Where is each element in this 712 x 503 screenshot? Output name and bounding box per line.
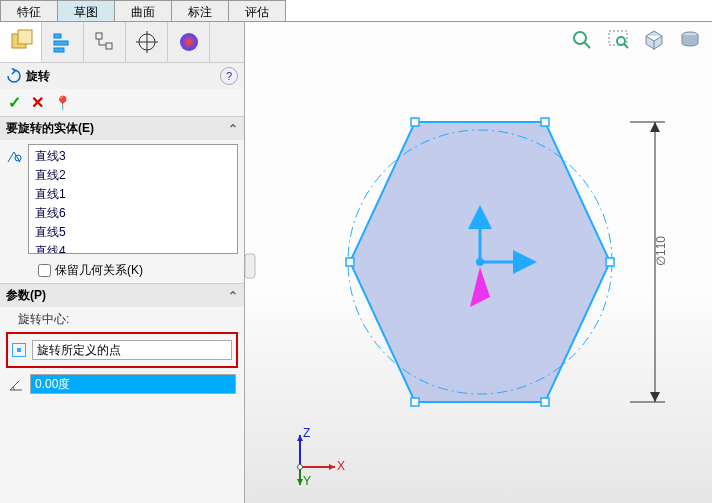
svg-rect-23 bbox=[606, 258, 614, 266]
sidetab-feature-tree[interactable] bbox=[0, 22, 42, 62]
list-item[interactable]: 直线4 bbox=[31, 242, 235, 254]
tab-annotate[interactable]: 标注 bbox=[171, 0, 229, 21]
angle-icon bbox=[8, 376, 24, 392]
svg-rect-26 bbox=[346, 258, 354, 266]
section-params-header[interactable]: 参数(P)⌃ bbox=[0, 284, 244, 307]
section-entities-header[interactable]: 要旋转的实体(E)⌃ bbox=[0, 117, 244, 140]
svg-rect-25 bbox=[411, 398, 419, 406]
viewport[interactable]: ∅110 X Y Z bbox=[245, 22, 712, 503]
highlighted-input-area bbox=[6, 332, 238, 368]
svg-rect-2 bbox=[54, 34, 61, 38]
svg-text:Y: Y bbox=[303, 474, 311, 487]
angle-input[interactable] bbox=[30, 374, 236, 394]
sidetab-target[interactable] bbox=[126, 22, 168, 62]
svg-rect-33 bbox=[245, 254, 255, 278]
list-item[interactable]: 直线5 bbox=[31, 223, 235, 242]
sidetab-appearance[interactable] bbox=[168, 22, 210, 62]
center-label: 旋转中心: bbox=[6, 309, 238, 330]
svg-text:Z: Z bbox=[303, 427, 310, 440]
svg-rect-3 bbox=[54, 41, 68, 45]
list-item[interactable]: 直线6 bbox=[31, 204, 235, 223]
list-item[interactable]: 直线2 bbox=[31, 166, 235, 185]
svg-rect-5 bbox=[96, 33, 102, 39]
pin-button[interactable]: 📍 bbox=[54, 95, 71, 111]
svg-point-29 bbox=[476, 258, 484, 266]
entities-list[interactable]: 直线3 直线2 直线1 直线6 直线5 直线4 圆弧1 bbox=[28, 144, 238, 254]
svg-rect-1 bbox=[18, 30, 32, 44]
svg-point-40 bbox=[298, 465, 303, 470]
keep-relations-checkbox[interactable]: 保留几何关系(K) bbox=[0, 258, 244, 283]
sidetab-hierarchy[interactable] bbox=[84, 22, 126, 62]
ok-button[interactable]: ✓ bbox=[8, 93, 21, 112]
svg-rect-24 bbox=[541, 398, 549, 406]
global-axes-icon: X Y Z bbox=[285, 427, 345, 487]
tab-feature[interactable]: 特征 bbox=[0, 0, 58, 21]
tab-sketch[interactable]: 草图 bbox=[57, 0, 115, 21]
rotate-icon bbox=[6, 68, 22, 84]
rotation-center-input[interactable] bbox=[32, 340, 232, 360]
svg-rect-6 bbox=[106, 43, 112, 49]
sidetab-config[interactable] bbox=[42, 22, 84, 62]
property-panel: 旋转 ? ✓ ✕ 📍 要旋转的实体(E)⌃ 直线3 直线2 直线1 直线6 直线… bbox=[0, 22, 245, 503]
tab-evaluate[interactable]: 评估 bbox=[228, 0, 286, 21]
help-button[interactable]: ? bbox=[220, 67, 238, 85]
point-icon bbox=[12, 343, 26, 357]
tab-surface[interactable]: 曲面 bbox=[114, 0, 172, 21]
command-title: 旋转 bbox=[26, 68, 50, 85]
svg-rect-21 bbox=[411, 118, 419, 126]
list-item[interactable]: 直线3 bbox=[31, 147, 235, 166]
list-item[interactable]: 直线1 bbox=[31, 185, 235, 204]
svg-text:X: X bbox=[337, 459, 345, 473]
svg-rect-22 bbox=[541, 118, 549, 126]
dimension-text: ∅110 bbox=[654, 236, 668, 266]
entities-icon bbox=[6, 148, 24, 166]
cancel-button[interactable]: ✕ bbox=[31, 93, 44, 112]
svg-point-10 bbox=[180, 33, 198, 51]
svg-rect-4 bbox=[54, 48, 64, 52]
